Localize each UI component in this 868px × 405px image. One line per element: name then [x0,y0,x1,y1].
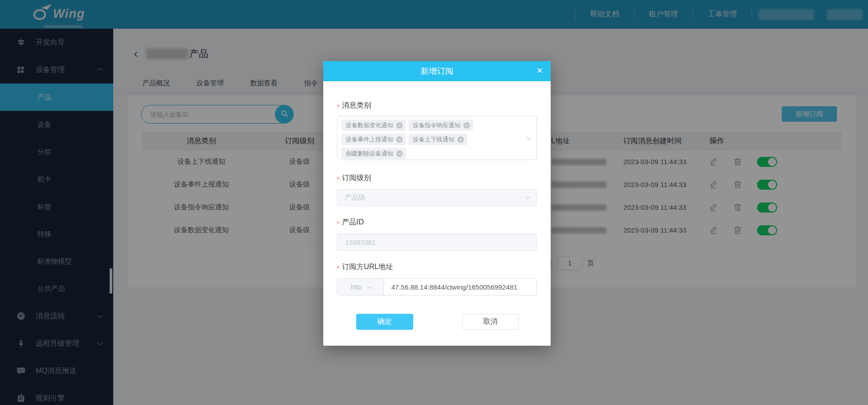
cancel-button[interactable]: 取消 [462,314,519,330]
field-label-product-id: * 产品ID [337,217,537,227]
chevron-down-icon [525,194,530,199]
tag-remove-icon[interactable] [396,136,403,143]
modal-buttons: 确定 取消 [337,314,537,330]
tag-device-online-offline: 设备上下线通知 [409,134,467,145]
close-icon[interactable]: × [537,65,542,77]
subscriber-url-group: http [337,278,537,296]
chevron-down-icon [367,284,372,289]
message-category-multiselect[interactable]: 设备数据变化通知 设备指令响应通知 设备事件上报通知 设备上下线通知 创建删除设… [337,116,537,160]
field-label-subscriber-url: * 订阅方URL地址 [337,262,537,272]
required-asterisk: * [337,103,340,110]
tag-device-command-response: 设备指令响应通知 [409,119,473,131]
subscription-level-select: 产品级 [337,189,537,206]
confirm-button[interactable]: 确定 [356,314,413,330]
required-asterisk: * [337,175,340,183]
product-id-input [337,234,537,251]
add-subscription-modal: 新增订阅 × * 消息类别 设备数据变化通知 设备指令响应通知 设备事件上报通知 [323,61,551,346]
tag-remove-icon[interactable] [396,151,403,157]
field-label-subscription-level: * 订阅级别 [337,173,537,183]
modal-body: * 消息类别 设备数据变化通知 设备指令响应通知 设备事件上报通知 设备上下线通… [323,100,551,330]
tag-device-event-report: 设备事件上报通知 [342,134,406,145]
modal-title: 新增订阅 [421,66,453,77]
tag-device-data-change: 设备数据变化通知 [342,119,406,131]
field-label-message-category: * 消息类别 [337,100,537,110]
tag-remove-icon[interactable] [463,122,470,129]
required-asterisk: * [337,219,340,227]
modal-header: 新增订阅 × [323,61,551,81]
tag-remove-icon[interactable] [458,136,464,143]
required-asterisk: * [337,264,340,272]
app-root: Wing 帮助文档 租户管理 工单管理 开发向导 设备管理 [0,0,868,405]
tag-remove-icon[interactable] [396,122,403,129]
chevron-down-icon [526,135,531,140]
tag-create-delete-device: 创建删除设备通知 [342,148,406,159]
url-scheme-select[interactable]: http [337,279,384,295]
subscriber-url-input[interactable] [384,279,537,295]
